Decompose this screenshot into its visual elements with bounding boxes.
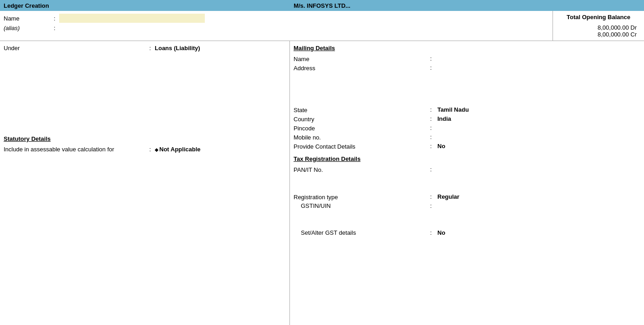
company-name: M/s. INFOSYS LTD...: [294, 2, 350, 9]
alias-label: (alias): [4, 25, 54, 31]
contact-row: Provide Contact Details : No: [294, 143, 640, 150]
gstin-label: GSTIN/UIN: [294, 202, 430, 209]
assessable-value: ◆Not Applicable: [155, 146, 201, 153]
pan-label: PAN/IT No.: [294, 166, 430, 173]
assessable-label: Include in assessable value calculation …: [4, 146, 149, 153]
mailing-address-colon: :: [430, 64, 437, 71]
reg-type-label: Registration type: [294, 193, 430, 201]
assessable-row: Include in assessable value calculation …: [4, 146, 286, 153]
header-bar: Ledger Creation M/s. INFOSYS LTD...: [0, 0, 644, 11]
cr-balance: 8,00,000.00 Cr: [557, 31, 640, 38]
mailing-name-label: Name: [294, 55, 430, 62]
mobile-row: Mobile no. :: [294, 134, 640, 141]
mailing-address-label: Address: [294, 64, 430, 72]
gst-details-row: Set/Alter GST details : No: [294, 229, 640, 236]
reg-type-row: Registration type : Regular: [294, 193, 640, 201]
main-content: Under : Loans (Liability) Statutory Deta…: [0, 41, 644, 325]
reg-type-colon: :: [430, 193, 437, 200]
mobile-colon: :: [430, 134, 437, 140]
name-input[interactable]: [59, 14, 205, 23]
mailing-name-colon: :: [430, 55, 437, 62]
contact-colon: :: [430, 143, 437, 150]
ledger-creation-title: Ledger Creation: [4, 2, 49, 9]
state-colon: :: [430, 106, 437, 113]
dr-balance: 8,00,000.00 Dr: [557, 24, 640, 31]
mailing-title: Mailing Details: [294, 45, 640, 52]
under-colon: :: [149, 45, 155, 52]
alias-colon: :: [54, 25, 59, 31]
gstin-colon: :: [430, 202, 437, 209]
mailing-address-row: Address :: [294, 64, 640, 72]
right-top: Total Opening Balance 8,00,000.00 Dr 8,0…: [553, 11, 644, 41]
mobile-label: Mobile no.: [294, 134, 430, 141]
assessable-colon: :: [149, 146, 155, 153]
name-colon: :: [54, 15, 59, 22]
pincode-row: Pincode :: [294, 124, 640, 132]
right-panel: Mailing Details Name : Address : State :…: [290, 41, 644, 325]
gstin-row: GSTIN/UIN :: [294, 202, 640, 209]
state-label: State: [294, 106, 430, 113]
gst-details-colon: :: [430, 229, 437, 236]
contact-value: No: [437, 143, 445, 150]
opening-balance-title: Total Opening Balance: [557, 14, 640, 21]
country-colon: :: [430, 115, 437, 122]
under-value: Loans (Liability): [155, 45, 200, 52]
pan-row: PAN/IT No. :: [294, 166, 640, 173]
under-row: Under : Loans (Liability): [4, 45, 286, 52]
country-label: Country: [294, 115, 430, 123]
pincode-label: Pincode: [294, 124, 430, 132]
pincode-colon: :: [430, 124, 437, 131]
name-row: Name :: [4, 14, 549, 23]
state-value: Tamil Nadu: [437, 106, 469, 113]
under-label: Under: [4, 45, 149, 52]
left-panel: Under : Loans (Liability) Statutory Deta…: [0, 41, 290, 325]
diamond-icon: ◆: [155, 147, 158, 152]
pan-colon: :: [430, 166, 437, 173]
country-value: India: [437, 115, 451, 122]
tax-title: Tax Registration Details: [294, 155, 640, 162]
mailing-name-row: Name :: [294, 55, 640, 62]
state-row: State : Tamil Nadu: [294, 106, 640, 113]
contact-label: Provide Contact Details: [294, 143, 430, 150]
top-section: Name : (alias) : Total Opening Balance 8…: [0, 11, 644, 41]
statutory-title: Statutory Details: [4, 135, 286, 142]
gst-details-value: No: [437, 229, 445, 236]
gst-details-label: Set/Alter GST details: [294, 229, 430, 236]
left-top: Name : (alias) :: [0, 11, 553, 41]
name-label: Name: [4, 15, 54, 22]
reg-type-value: Regular: [437, 193, 459, 200]
alias-row: (alias) :: [4, 25, 549, 31]
country-row: Country : India: [294, 115, 640, 123]
